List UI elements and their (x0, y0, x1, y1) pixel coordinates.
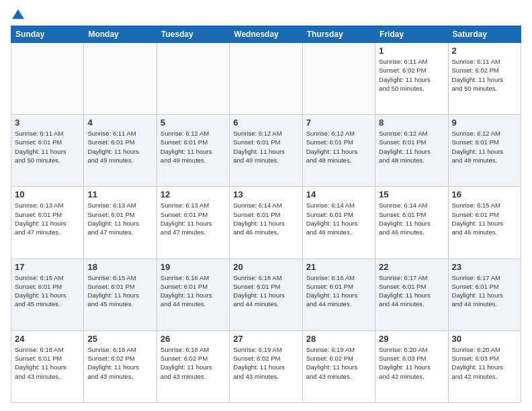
day-number: 11 (87, 189, 152, 199)
day-number: 29 (379, 334, 444, 344)
day-info: Sunrise: 6:13 AM Sunset: 6:01 PM Dayligh… (15, 201, 80, 236)
calendar-cell: 13Sunrise: 6:14 AM Sunset: 6:01 PM Dayli… (230, 187, 302, 259)
weekday-header-friday: Friday (375, 26, 448, 43)
day-number: 7 (306, 118, 371, 128)
day-info: Sunrise: 6:11 AM Sunset: 6:02 PM Dayligh… (452, 57, 517, 93)
logo-icon (12, 8, 24, 20)
calendar-cell: 22Sunrise: 6:17 AM Sunset: 6:01 PM Dayli… (375, 259, 448, 330)
day-info: Sunrise: 6:12 AM Sunset: 6:01 PM Dayligh… (161, 129, 226, 165)
day-number: 23 (452, 262, 517, 272)
day-info: Sunrise: 6:13 AM Sunset: 6:01 PM Dayligh… (161, 201, 226, 236)
day-info: Sunrise: 6:11 AM Sunset: 6:02 PM Dayligh… (379, 57, 444, 93)
day-number: 20 (233, 262, 298, 272)
day-number: 16 (452, 189, 517, 199)
day-info: Sunrise: 6:16 AM Sunset: 6:01 PM Dayligh… (161, 273, 226, 309)
weekday-header-saturday: Saturday (448, 26, 521, 43)
day-info: Sunrise: 6:16 AM Sunset: 6:01 PM Dayligh… (306, 273, 371, 309)
day-info: Sunrise: 6:14 AM Sunset: 6:01 PM Dayligh… (379, 201, 444, 236)
calendar-cell (302, 43, 375, 115)
calendar-cell: 5Sunrise: 6:12 AM Sunset: 6:01 PM Daylig… (157, 115, 229, 187)
calendar-cell: 6Sunrise: 6:12 AM Sunset: 6:01 PM Daylig… (230, 115, 302, 187)
day-number: 3 (15, 118, 80, 128)
calendar-header-row: SundayMondayTuesdayWednesdayThursdayFrid… (11, 26, 521, 43)
calendar-cell: 19Sunrise: 6:16 AM Sunset: 6:01 PM Dayli… (157, 259, 229, 330)
day-info: Sunrise: 6:12 AM Sunset: 6:01 PM Dayligh… (452, 129, 517, 165)
weekday-header-thursday: Thursday (302, 26, 375, 43)
day-info: Sunrise: 6:17 AM Sunset: 6:01 PM Dayligh… (379, 273, 444, 309)
calendar-week-row: 10Sunrise: 6:13 AM Sunset: 6:01 PM Dayli… (11, 187, 521, 259)
calendar-cell (157, 43, 229, 115)
calendar-cell: 26Sunrise: 6:18 AM Sunset: 6:02 PM Dayli… (157, 330, 229, 402)
day-number: 21 (306, 262, 371, 272)
calendar-cell: 21Sunrise: 6:16 AM Sunset: 6:01 PM Dayli… (302, 259, 375, 330)
day-number: 6 (233, 118, 298, 128)
day-number: 12 (161, 189, 226, 199)
day-info: Sunrise: 6:12 AM Sunset: 6:01 PM Dayligh… (306, 129, 371, 165)
calendar-week-row: 24Sunrise: 6:18 AM Sunset: 6:01 PM Dayli… (11, 330, 521, 402)
calendar-cell: 17Sunrise: 6:15 AM Sunset: 6:01 PM Dayli… (11, 259, 84, 330)
day-number: 13 (233, 189, 298, 199)
day-info: Sunrise: 6:14 AM Sunset: 6:01 PM Dayligh… (306, 201, 371, 236)
day-number: 17 (15, 262, 80, 272)
header (11, 8, 521, 20)
calendar-cell: 28Sunrise: 6:19 AM Sunset: 6:02 PM Dayli… (302, 330, 375, 402)
day-number: 1 (379, 46, 444, 56)
calendar-cell: 10Sunrise: 6:13 AM Sunset: 6:01 PM Dayli… (11, 187, 84, 259)
calendar-cell: 23Sunrise: 6:17 AM Sunset: 6:01 PM Dayli… (448, 259, 521, 330)
day-number: 14 (306, 189, 371, 199)
day-number: 15 (379, 189, 444, 199)
day-info: Sunrise: 6:15 AM Sunset: 6:01 PM Dayligh… (15, 273, 80, 309)
svg-marker-0 (12, 9, 24, 19)
calendar-cell: 25Sunrise: 6:18 AM Sunset: 6:02 PM Dayli… (84, 330, 157, 402)
day-number: 24 (15, 334, 80, 344)
calendar-week-row: 17Sunrise: 6:15 AM Sunset: 6:01 PM Dayli… (11, 259, 521, 330)
calendar-cell: 20Sunrise: 6:16 AM Sunset: 6:01 PM Dayli… (230, 259, 302, 330)
calendar-cell: 2Sunrise: 6:11 AM Sunset: 6:02 PM Daylig… (448, 43, 521, 115)
day-number: 4 (87, 118, 152, 128)
weekday-header-sunday: Sunday (11, 26, 84, 43)
calendar-cell: 12Sunrise: 6:13 AM Sunset: 6:01 PM Dayli… (157, 187, 229, 259)
calendar-cell (230, 43, 302, 115)
day-info: Sunrise: 6:12 AM Sunset: 6:01 PM Dayligh… (379, 129, 444, 165)
calendar-cell: 29Sunrise: 6:20 AM Sunset: 6:03 PM Dayli… (375, 330, 448, 402)
calendar-cell: 14Sunrise: 6:14 AM Sunset: 6:01 PM Dayli… (302, 187, 375, 259)
day-number: 5 (161, 118, 226, 128)
calendar-cell: 3Sunrise: 6:11 AM Sunset: 6:01 PM Daylig… (11, 115, 84, 187)
day-info: Sunrise: 6:12 AM Sunset: 6:01 PM Dayligh… (233, 129, 298, 165)
weekday-header-tuesday: Tuesday (157, 26, 229, 43)
weekday-header-monday: Monday (84, 26, 157, 43)
day-info: Sunrise: 6:20 AM Sunset: 6:03 PM Dayligh… (379, 345, 444, 381)
day-number: 27 (233, 334, 298, 344)
weekday-header-wednesday: Wednesday (230, 26, 302, 43)
day-info: Sunrise: 6:19 AM Sunset: 6:02 PM Dayligh… (306, 345, 371, 381)
day-number: 2 (452, 46, 517, 56)
calendar-cell: 7Sunrise: 6:12 AM Sunset: 6:01 PM Daylig… (302, 115, 375, 187)
calendar-cell: 18Sunrise: 6:15 AM Sunset: 6:01 PM Dayli… (84, 259, 157, 330)
calendar-cell: 11Sunrise: 6:13 AM Sunset: 6:01 PM Dayli… (84, 187, 157, 259)
calendar-cell: 27Sunrise: 6:19 AM Sunset: 6:02 PM Dayli… (230, 330, 302, 402)
day-number: 8 (379, 118, 444, 128)
day-number: 10 (15, 189, 80, 199)
calendar-cell: 16Sunrise: 6:15 AM Sunset: 6:01 PM Dayli… (448, 187, 521, 259)
logo (11, 8, 24, 20)
day-info: Sunrise: 6:15 AM Sunset: 6:01 PM Dayligh… (87, 273, 152, 309)
day-number: 18 (87, 262, 152, 272)
calendar-cell: 4Sunrise: 6:11 AM Sunset: 6:01 PM Daylig… (84, 115, 157, 187)
calendar-cell: 15Sunrise: 6:14 AM Sunset: 6:01 PM Dayli… (375, 187, 448, 259)
day-number: 30 (452, 334, 517, 344)
calendar-cell (11, 43, 84, 115)
calendar-cell: 1Sunrise: 6:11 AM Sunset: 6:02 PM Daylig… (375, 43, 448, 115)
calendar-week-row: 1Sunrise: 6:11 AM Sunset: 6:02 PM Daylig… (11, 43, 521, 115)
day-info: Sunrise: 6:19 AM Sunset: 6:02 PM Dayligh… (233, 345, 298, 381)
day-number: 19 (161, 262, 226, 272)
day-number: 9 (452, 118, 517, 128)
calendar-table: SundayMondayTuesdayWednesdayThursdayFrid… (11, 26, 521, 403)
calendar-cell: 9Sunrise: 6:12 AM Sunset: 6:01 PM Daylig… (448, 115, 521, 187)
day-info: Sunrise: 6:18 AM Sunset: 6:01 PM Dayligh… (15, 345, 80, 381)
day-info: Sunrise: 6:17 AM Sunset: 6:01 PM Dayligh… (452, 273, 517, 309)
calendar-cell: 30Sunrise: 6:20 AM Sunset: 6:03 PM Dayli… (448, 330, 521, 402)
day-info: Sunrise: 6:16 AM Sunset: 6:01 PM Dayligh… (233, 273, 298, 309)
day-info: Sunrise: 6:18 AM Sunset: 6:02 PM Dayligh… (87, 345, 152, 381)
day-info: Sunrise: 6:13 AM Sunset: 6:01 PM Dayligh… (87, 201, 152, 236)
day-info: Sunrise: 6:20 AM Sunset: 6:03 PM Dayligh… (452, 345, 517, 381)
